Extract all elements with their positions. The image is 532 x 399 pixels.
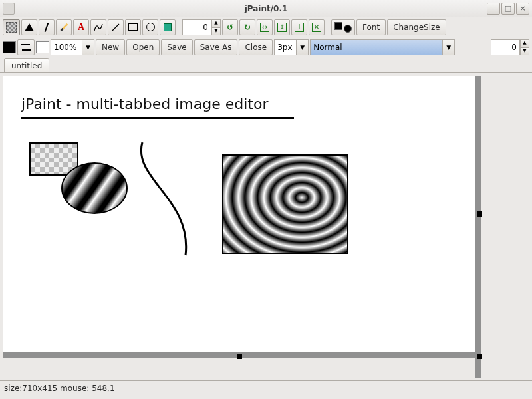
save-button[interactable]: Save [161, 39, 192, 55]
spinner-2-up[interactable]: ▲ [520, 39, 529, 47]
select-tool[interactable] [3, 19, 20, 35]
shape-fill-icon [334, 22, 352, 33]
app-icon [3, 3, 15, 15]
text-tool[interactable]: A [73, 19, 89, 35]
flip-v-button[interactable]: ↕ [274, 19, 290, 35]
zoom-combo[interactable]: ▼ [51, 39, 94, 55]
invert-icon: I [295, 23, 304, 32]
fill-icon [25, 23, 34, 31]
stroke-combo[interactable]: ▼ [274, 39, 309, 55]
zoom-input[interactable] [51, 39, 82, 55]
canvas-gradient-ellipse [61, 162, 128, 214]
canvas-shadow-right [475, 76, 481, 378]
toolbar-tools: A ▲▼ ↺ ↻ ↔ ↕ I ✕ Font ChangeSize [0, 17, 532, 37]
status-bar: size:710x415 mouse: 548,1 [0, 380, 532, 398]
background-color-swatch[interactable] [36, 41, 49, 53]
circle-tool[interactable] [142, 19, 158, 35]
canvas-curve-stroke [129, 139, 202, 259]
shape-fill-toggle[interactable] [331, 19, 355, 35]
workspace: jPaint - multi-tabbed image editor [0, 73, 532, 380]
pencil-tool[interactable] [56, 19, 72, 35]
fill-tool[interactable] [21, 19, 37, 35]
stamp-icon [164, 23, 172, 31]
curve-tool[interactable] [90, 19, 106, 35]
line-tool[interactable] [108, 19, 124, 35]
stroke-dropdown-button[interactable]: ▼ [297, 39, 309, 55]
status-text: size:710x415 mouse: 548,1 [4, 384, 115, 393]
picker-tool[interactable] [39, 19, 55, 35]
pencil-icon [60, 23, 68, 31]
document-tabstrip: untitled [0, 57, 532, 73]
svg-rect-1 [223, 156, 348, 254]
text-icon: A [78, 22, 84, 33]
refresh-icon: ↺ [227, 23, 233, 32]
saveas-button[interactable]: Save As [194, 39, 238, 55]
new-button[interactable]: New [96, 39, 125, 55]
resize-handle-bottom[interactable] [237, 354, 242, 359]
stroke-input[interactable] [274, 39, 297, 55]
rect-icon [128, 23, 138, 31]
canvas[interactable]: jPaint - multi-tabbed image editor [3, 76, 475, 352]
spinner-2-input[interactable] [491, 39, 520, 55]
minimize-button[interactable]: – [487, 3, 500, 15]
clear-button[interactable]: ✕ [309, 19, 325, 35]
blendmode-combo[interactable]: ▼ [310, 39, 455, 55]
refresh-button[interactable]: ↺ [222, 19, 238, 35]
clear-icon: ✕ [312, 23, 321, 32]
invert-button[interactable]: I [291, 19, 307, 35]
line-icon [111, 23, 120, 32]
curve-icon [94, 23, 103, 32]
value-spinner-1[interactable]: ▲▼ [182, 19, 221, 35]
spinner-2-down[interactable]: ▼ [520, 47, 529, 55]
value-spinner-2[interactable]: ▲▼ [491, 39, 529, 55]
canvas-ripple-rect [222, 154, 348, 254]
toolbar-file: ▼ New Open Save Save As Close ▼ ▼ ▲▼ [0, 37, 532, 57]
maximize-button[interactable]: □ [501, 3, 515, 15]
flip-h-button[interactable]: ↔ [257, 19, 273, 35]
spinner-1-input[interactable] [182, 19, 211, 35]
blendmode-dropdown-button[interactable]: ▼ [443, 39, 455, 55]
resize-handle-corner[interactable] [477, 354, 482, 359]
tab-untitled[interactable]: untitled [4, 58, 49, 72]
swap-icon [21, 43, 31, 52]
stamp-tool[interactable] [160, 19, 176, 35]
flip-v-icon: ↕ [277, 23, 287, 32]
canvas-underline [21, 117, 294, 119]
window-title: jPaint/0.1 [0, 4, 532, 13]
picker-icon [45, 23, 49, 32]
close-window-button[interactable]: × [516, 3, 529, 15]
rotate-cw-icon: ↻ [244, 23, 251, 32]
font-button[interactable]: Font [356, 19, 386, 35]
resize-handle-right[interactable] [477, 211, 482, 217]
titlebar: jPaint/0.1 – □ × [0, 0, 532, 17]
changesize-button[interactable]: ChangeSize [387, 19, 446, 35]
swap-colors-button[interactable] [17, 39, 35, 55]
canvas-shadow-bottom [3, 352, 481, 358]
canvas-heading-text: jPaint - multi-tabbed image editor [21, 96, 268, 112]
svg-line-0 [112, 24, 119, 31]
rotate-cw-button[interactable]: ↻ [239, 19, 255, 35]
rect-tool[interactable] [125, 19, 141, 35]
spinner-1-down[interactable]: ▼ [211, 27, 221, 35]
select-icon [6, 22, 17, 33]
close-button[interactable]: Close [239, 39, 273, 55]
blendmode-input[interactable] [310, 39, 443, 55]
spinner-1-up[interactable]: ▲ [211, 19, 221, 27]
foreground-color-swatch[interactable] [3, 41, 16, 53]
zoom-dropdown-button[interactable]: ▼ [82, 39, 94, 55]
open-button[interactable]: Open [126, 39, 160, 55]
flip-h-icon: ↔ [260, 23, 269, 32]
circle-icon [146, 23, 155, 31]
